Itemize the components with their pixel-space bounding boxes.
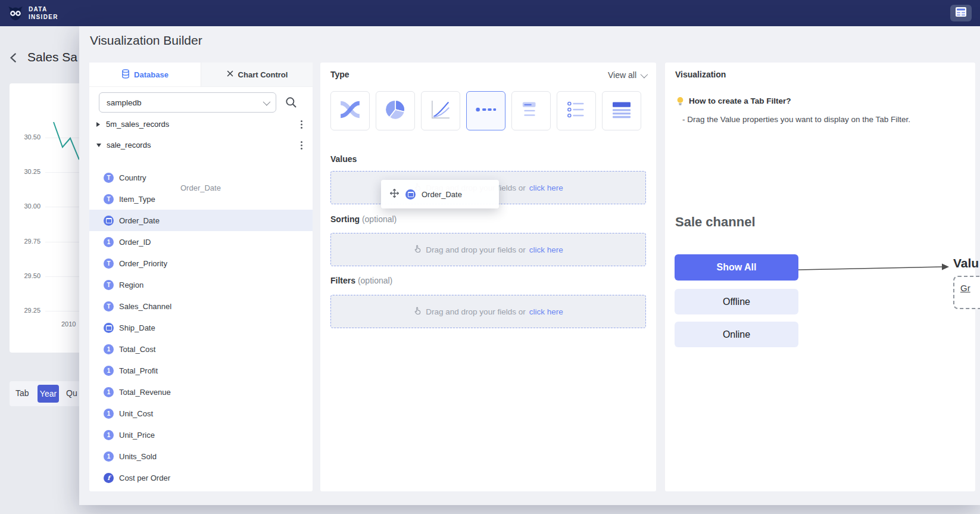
field-row-unit-price[interactable]: Unit_Price	[89, 424, 313, 446]
left-panel-tabs: Database Chart Control	[89, 63, 313, 87]
lightbulb-icon	[675, 96, 685, 106]
table-row-5m-sales-records[interactable]: 5m_sales_records	[89, 114, 313, 135]
x-axis-label: 2010	[61, 320, 76, 328]
visualization-builder-modal: Visualization Builder Database	[79, 26, 980, 505]
collapse-arrow-icon[interactable]	[96, 144, 101, 147]
field-row-total-profit[interactable]: Total_Profit	[89, 360, 313, 381]
values-section-label: Values	[330, 154, 357, 164]
chart-type-multi-select-list-card[interactable]	[557, 91, 596, 130]
filters-label-text: Filters	[330, 276, 355, 285]
annotation-dashed-box[interactable]: Gr	[953, 276, 980, 309]
click-here-link[interactable]: click here	[529, 307, 563, 316]
view-all-button[interactable]: View all	[608, 70, 646, 80]
table-label: 5m_sales_records	[106, 120, 169, 129]
tools-icon	[226, 70, 234, 79]
field-row-total-revenue[interactable]: Total_Revenue	[89, 381, 313, 403]
field-label: Order_ID	[119, 238, 151, 247]
text-field-icon	[104, 194, 114, 204]
line-chart-icon	[429, 98, 452, 124]
table-label: sale_records	[107, 141, 151, 149]
kebab-menu-icon[interactable]	[301, 141, 303, 150]
number-field-icon	[104, 451, 114, 462]
chart-type-pie-card[interactable]	[376, 91, 415, 130]
tab-chart-control[interactable]: Chart Control	[201, 63, 313, 86]
field-row-country[interactable]: Country	[89, 167, 313, 188]
tab-quarter[interactable]: Qu	[66, 388, 77, 398]
field-label: Unit_Price	[119, 431, 155, 440]
field-row-sales-channel[interactable]: Sales_Channel	[89, 295, 313, 317]
dashboard-grid-button[interactable]	[950, 5, 972, 21]
field-label: Unit_Cost	[119, 409, 153, 418]
preview-button-show-all[interactable]: Show All	[675, 254, 798, 281]
tab-chart-control-label: Chart Control	[238, 70, 288, 79]
expand-arrow-icon[interactable]	[96, 122, 100, 127]
database-select[interactable]: sampledb	[99, 92, 276, 113]
field-row-item-type[interactable]: Item_Type	[89, 188, 313, 210]
field-label: Order_Priority	[119, 259, 167, 268]
values-label-text: Values	[330, 154, 357, 164]
single-select-list-icon	[519, 98, 543, 124]
brand-name: DATA INSIDER	[29, 5, 58, 21]
number-field-icon	[104, 344, 114, 354]
tab-filter-icon	[474, 98, 498, 124]
multi-select-list-icon	[564, 98, 588, 124]
date-field-icon	[405, 189, 416, 200]
field-row-cost-per-order[interactable]: Cost per Order	[89, 467, 313, 488]
number-field-icon	[104, 387, 114, 397]
owl-logo-icon[interactable]	[6, 4, 25, 23]
tab-year[interactable]: Year	[38, 385, 59, 403]
field-label: Country	[119, 173, 146, 182]
field-row-region[interactable]: Region	[89, 274, 313, 295]
search-icon[interactable]	[285, 96, 299, 110]
field-row-order-priority[interactable]: Order_Priority	[89, 253, 313, 274]
type-section-label: Type	[330, 70, 349, 79]
annotation-label: Valu	[953, 256, 979, 270]
function-field-icon	[104, 473, 114, 483]
visualization-panel: Visualization How to create a Tab Filter…	[665, 63, 975, 491]
dropzone-text: Drag and drop your fields or	[426, 245, 525, 254]
field-row-unit-cost[interactable]: Unit_Cost	[89, 403, 313, 424]
hint-title: How to create a Tab Filter?	[689, 96, 791, 105]
click-here-link[interactable]: click here	[529, 183, 563, 192]
back-button[interactable]	[7, 51, 20, 64]
hand-icon	[413, 306, 422, 317]
kebab-menu-icon[interactable]	[301, 120, 303, 129]
schema-tree: 5m_sales_records sale_records	[89, 114, 313, 155]
pie-chart-icon	[383, 98, 407, 124]
sorting-dropzone[interactable]: Drag and drop your fields or click here	[330, 233, 646, 266]
click-here-link[interactable]: click here	[529, 245, 563, 254]
tab-tab[interactable]: Tab	[15, 388, 29, 398]
chart-type-single-select-list-card[interactable]	[511, 91, 551, 130]
number-field-icon	[104, 409, 114, 419]
text-field-icon	[104, 301, 114, 311]
drag-ghost-card[interactable]: Order_Date	[381, 180, 499, 208]
tab-database-label: Database	[134, 70, 168, 79]
field-row-order-date[interactable]: Order_Date	[89, 210, 313, 231]
annotation-arrow	[798, 261, 950, 275]
field-row-order-id[interactable]: Order_ID	[89, 231, 313, 253]
database-panel: Database Chart Control sampledb	[89, 63, 313, 491]
chart-type-tab-filter-card[interactable]	[466, 91, 505, 130]
field-label: Item_Type	[119, 195, 155, 204]
field-row-ship-date[interactable]: Ship_Date	[89, 317, 313, 338]
hand-icon	[413, 244, 422, 255]
chart-type-sankey-card[interactable]	[330, 91, 370, 130]
field-label: Total_Cost	[119, 345, 155, 354]
chart-type-line-card[interactable]	[421, 91, 460, 130]
preview-button-offline[interactable]: Offline	[675, 289, 798, 314]
filters-dropzone[interactable]: Drag and drop your fields or click here	[330, 295, 646, 328]
preview-button-online[interactable]: Online	[675, 322, 798, 347]
field-row-total-cost[interactable]: Total_Cost	[89, 338, 313, 360]
field-label: Region	[119, 281, 143, 289]
brand-line-1: DATA	[29, 5, 58, 13]
tab-database[interactable]: Database	[89, 63, 201, 86]
page-title: Sales Sa	[27, 50, 77, 64]
top-navbar: DATA INSIDER	[0, 0, 980, 26]
preview-title: Sale channel	[675, 214, 756, 230]
sorting-section-label: Sorting (optional)	[330, 214, 397, 224]
visualization-section-label: Visualization	[675, 70, 726, 79]
field-row-units-sold[interactable]: Units_Sold	[89, 446, 313, 467]
filters-optional-text: (optional)	[358, 276, 392, 285]
chart-type-table-card[interactable]	[602, 91, 641, 130]
table-row-sale-records[interactable]: sale_records	[89, 135, 313, 155]
